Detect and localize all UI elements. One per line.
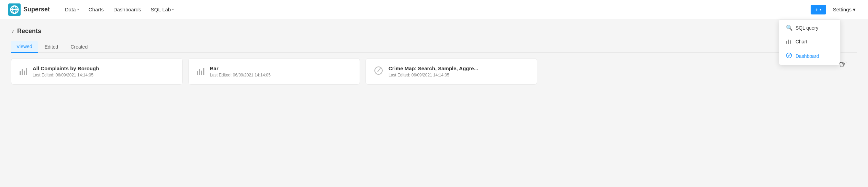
svg-rect-7 <box>791 39 792 39</box>
tab-viewed[interactable]: Viewed <box>11 41 38 53</box>
chart-icon <box>786 38 792 45</box>
card-1-icon <box>197 66 204 77</box>
svg-rect-6 <box>790 40 791 44</box>
dashboard-icon <box>786 52 792 60</box>
card-1-subtitle: Last Edited: 06/09/2021 14:14:05 <box>210 73 271 77</box>
card-2-icon <box>374 66 383 77</box>
card-0-title: All Complaints by Borough <box>33 65 99 71</box>
settings-caret-icon: ▾ <box>853 7 856 13</box>
recent-card-1[interactable]: Bar Last Edited: 06/09/2021 14:14:05 <box>188 58 360 85</box>
navbar: Superset Data ▾ Charts Dashboards SQL La… <box>0 0 868 19</box>
nav-links: Data ▾ Charts Dashboards SQL Lab ▾ <box>61 4 811 15</box>
brand-logo-link[interactable]: Superset <box>8 3 50 16</box>
dropdown-item-dashboard[interactable]: Dashboard <box>779 49 840 63</box>
main-content: ∨ Recents Viewed Edited Created All Comp… <box>0 19 868 93</box>
dropdown-item-chart[interactable]: Chart <box>779 34 840 49</box>
settings-button[interactable]: Settings ▾ <box>829 4 860 15</box>
recents-collapse-toggle[interactable]: ∨ <box>11 29 14 34</box>
recents-section-header: ∨ Recents <box>11 28 857 35</box>
recent-card-0[interactable]: All Complaints by Borough Last Edited: 0… <box>11 58 183 85</box>
data-caret-icon: ▾ <box>77 8 79 11</box>
add-caret-icon: ▾ <box>820 8 821 11</box>
nav-sqllab[interactable]: SQL Lab ▾ <box>147 4 178 15</box>
svg-point-11 <box>378 70 379 71</box>
card-1-info: Bar Last Edited: 06/09/2021 14:14:05 <box>210 65 271 77</box>
card-0-icon <box>20 66 27 77</box>
card-2-subtitle: Last Edited: 06/09/2021 14:14:05 <box>388 73 478 77</box>
navbar-right: + ▾ Settings ▾ <box>811 4 860 15</box>
brand-name: Superset <box>23 6 50 13</box>
card-2-info: Crime Map: Search, Sample, Aggre... Last… <box>388 65 478 77</box>
card-1-title: Bar <box>210 65 271 71</box>
tab-edited[interactable]: Edited <box>39 41 64 53</box>
search-icon: 🔍 <box>786 24 792 31</box>
card-2-title: Crime Map: Search, Sample, Aggre... <box>388 65 478 71</box>
svg-point-9 <box>789 55 790 56</box>
recents-cards: All Complaints by Borough Last Edited: 0… <box>11 58 857 85</box>
tab-created[interactable]: Created <box>65 41 93 53</box>
plus-icon: + <box>815 7 818 12</box>
recents-title: Recents <box>17 28 41 35</box>
svg-rect-4 <box>786 41 787 44</box>
recent-card-2[interactable]: Crime Map: Search, Sample, Aggre... Last… <box>365 58 537 85</box>
nav-charts[interactable]: Charts <box>84 4 108 15</box>
nav-dashboards[interactable]: Dashboards <box>109 4 145 15</box>
card-0-info: All Complaints by Borough Last Edited: 0… <box>33 65 99 77</box>
add-button[interactable]: + ▾ <box>811 5 826 14</box>
dropdown-item-sql-query[interactable]: 🔍 SQL query <box>779 21 840 34</box>
recents-tabs-bar: Viewed Edited Created <box>11 40 857 53</box>
nav-data[interactable]: Data ▾ <box>61 4 83 15</box>
card-0-subtitle: Last Edited: 06/09/2021 14:14:05 <box>33 73 99 77</box>
superset-logo-icon <box>8 3 21 16</box>
sqllab-caret-icon: ▾ <box>172 8 174 11</box>
add-dropdown-menu: 🔍 SQL query Chart Dashboard <box>779 19 841 65</box>
svg-rect-5 <box>788 40 789 44</box>
